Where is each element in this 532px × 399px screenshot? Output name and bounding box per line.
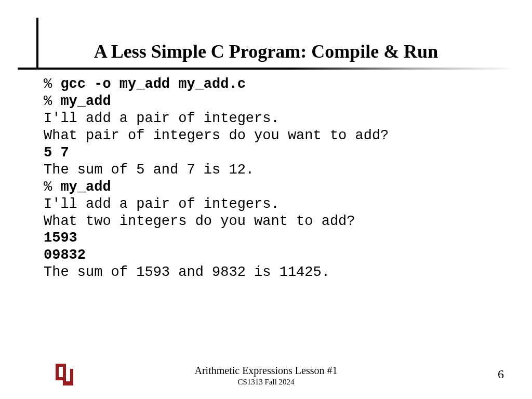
cmd-compile: gcc -o my_add my_add.c [60,76,245,92]
output-line: The sum of 1593 and 9832 is 11425. [44,264,330,280]
prompt-3: % [44,179,60,195]
slide: A Less Simple C Program: Compile & Run %… [0,0,532,399]
output-line: What two integers do you want to add? [44,214,355,229]
output-line: The sum of 5 and 7 is 12. [44,162,254,178]
footer-center: Arithmetic Expressions Lesson #1 CS1313 … [0,365,532,387]
output-line: I'll add a pair of integers. [44,111,280,126]
user-input-1: 5 7 [44,145,69,161]
cmd-run-1: my_add [60,94,111,109]
footer: Arithmetic Expressions Lesson #1 CS1313 … [0,361,532,387]
prompt-1: % [44,76,60,92]
slide-title: A Less Simple C Program: Compile & Run [0,41,532,62]
prompt-2: % [44,94,60,109]
user-input-2b: 09832 [44,247,86,263]
footer-lesson: Arithmetic Expressions Lesson #1 [0,365,532,377]
cmd-run-2: my_add [60,179,111,195]
output-line: I'll add a pair of integers. [44,196,280,212]
user-input-2a: 1593 [44,230,77,246]
output-line: What pair of integers do you want to add… [44,128,389,143]
code-block: % gcc -o my_add my_add.c % my_add I'll a… [44,76,389,281]
footer-course: CS1313 Fall 2024 [0,378,532,387]
horizontal-rule [18,68,514,70]
page-number: 6 [498,367,504,381]
